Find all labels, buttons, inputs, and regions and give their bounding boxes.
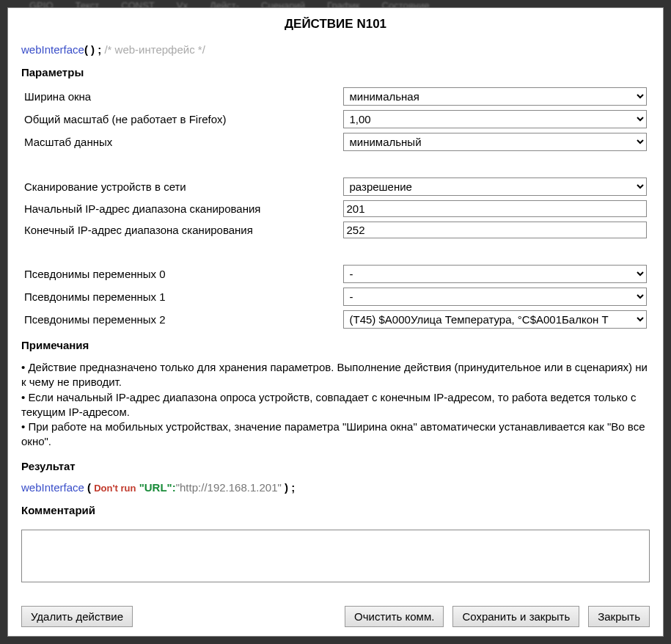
dialog-body: ДЕЙСТВИЕ N101 webInterface( ) ; /* web-и… xyxy=(8,8,663,600)
result-dontrun: Don't run xyxy=(94,483,136,494)
scan-devices-label: Сканирование устройств в сети xyxy=(24,179,329,194)
spacer xyxy=(142,606,336,627)
alias0-label: Псевдонимы переменных 0 xyxy=(24,266,329,282)
result-key: "URL": xyxy=(136,481,175,494)
window-width-label: Ширина окна xyxy=(24,89,329,104)
scan-devices-select[interactable]: разрешение xyxy=(343,178,648,196)
global-scale-select[interactable]: 1,00 xyxy=(343,110,648,128)
result-close: ) ; xyxy=(282,481,295,494)
button-bar: Удалить действие Очистить комм. Сохранит… xyxy=(8,600,663,636)
ip-start-input[interactable] xyxy=(343,200,648,217)
notes-body: • Действие предназначено только для хран… xyxy=(21,360,650,450)
data-scale-select[interactable]: минимальный xyxy=(343,133,648,151)
dialog-title: ДЕЙСТВИЕ N101 xyxy=(21,17,650,32)
alias1-label: Псевдонимы переменных 1 xyxy=(24,289,329,304)
comment-heading: Комментарий xyxy=(21,504,650,516)
function-args: ( ) ; xyxy=(84,43,101,56)
alias0-select[interactable]: - xyxy=(343,265,648,283)
save-close-button[interactable]: Сохранить и закрыть xyxy=(452,606,579,627)
result-code: webInterface ( Don't run "URL":"http://1… xyxy=(21,481,650,494)
close-button[interactable]: Закрыть xyxy=(588,606,650,627)
note-line: • При работе на мобильных устройствах, з… xyxy=(21,420,650,450)
function-name: webInterface xyxy=(21,43,84,56)
global-scale-label: Общий масштаб (не работает в Firefox) xyxy=(24,111,329,127)
spacer xyxy=(24,155,647,173)
result-open: ( xyxy=(84,481,94,494)
code-signature: webInterface( ) ; /* web-интерфейс */ xyxy=(21,43,650,56)
params-table: Ширина окна минимальная Общий масштаб (н… xyxy=(21,87,650,329)
alias2-select[interactable]: (T45) $A000Улица Температура, °C$A001Бал… xyxy=(343,310,648,329)
alias2-label: Псевдонимы переменных 2 xyxy=(24,312,329,327)
function-comment: /* web-интерфейс */ xyxy=(104,43,205,56)
notes-heading: Примечания xyxy=(21,339,650,351)
ip-end-input[interactable] xyxy=(343,222,648,238)
spacer xyxy=(24,243,647,260)
comment-textarea[interactable] xyxy=(21,530,650,582)
result-heading: Результат xyxy=(21,460,650,472)
ip-end-label: Конечный IP-адрес диапазона сканирования xyxy=(24,222,329,238)
data-scale-label: Масштаб данных xyxy=(24,134,329,150)
result-fn: webInterface xyxy=(21,481,84,494)
alias1-select[interactable]: - xyxy=(343,288,648,306)
note-line: • Если начальный IP-адрес диапазона опро… xyxy=(21,390,650,420)
window-width-select[interactable]: минимальная xyxy=(343,87,648,106)
ip-start-label: Начальный IP-адрес диапазона сканировани… xyxy=(24,201,329,216)
result-val: "http://192.168.1.201" xyxy=(176,481,282,494)
clear-comment-button[interactable]: Очистить комм. xyxy=(345,606,444,627)
delete-action-button[interactable]: Удалить действие xyxy=(21,606,133,627)
params-heading: Параметры xyxy=(21,66,650,78)
action-dialog: ДЕЙСТВИЕ N101 webInterface( ) ; /* web-и… xyxy=(7,7,664,637)
note-line: • Действие предназначено только для хран… xyxy=(21,360,650,390)
